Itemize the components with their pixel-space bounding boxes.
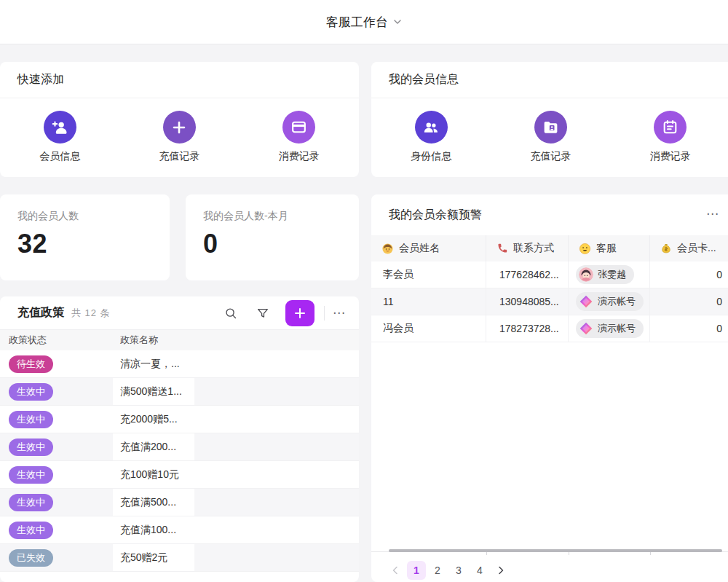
status-badge: 生效中 [9, 411, 53, 428]
quick-add-member-info[interactable]: 会员信息 [0, 111, 119, 163]
member-identity-info[interactable]: 身份信息 [371, 111, 491, 163]
member-info-title: 我的会员信息 [389, 72, 459, 87]
status-badge: 生效中 [9, 494, 53, 511]
balance-table-row[interactable]: 冯会员 178273728... 演示帐号 0 [371, 315, 728, 342]
member-consume-record[interactable]: 消费记录 [611, 111, 728, 163]
stat-label: 我的会员人数 [17, 210, 152, 223]
policy-name: 满500赠送1... [120, 385, 182, 398]
member-name-cell: 11 [371, 288, 486, 315]
agent-avatar [579, 321, 593, 336]
member-icon [381, 243, 394, 255]
member-consume-record-label: 消费记录 [650, 150, 691, 163]
agent-cell: 张雯越 [569, 261, 650, 288]
contact-cell: 130948085... [486, 288, 569, 315]
pagination-page-1[interactable]: 1 [407, 561, 426, 580]
member-info-card: 我的会员信息 身份信息 充值记录 消费记录 [371, 62, 728, 177]
column-member-name: 会员姓名 [371, 235, 486, 261]
pagination-next-icon[interactable] [491, 561, 510, 580]
agent-pill: 演示帐号 [576, 292, 644, 311]
chevron-down-icon [393, 17, 402, 26]
policy-table-row[interactable]: 生效中 充100赠10元 [0, 461, 359, 489]
policy-table-row[interactable]: 生效中 充值满200... [0, 433, 359, 461]
stat-card-member-count: 我的会员人数 32 [0, 194, 170, 280]
pagination-page-2[interactable]: 2 [428, 561, 447, 580]
policy-name: 充值满500... [120, 496, 176, 509]
quick-add-recharge-record-label: 充值记录 [159, 150, 199, 163]
agent-cell: 演示帐号 [569, 288, 650, 315]
stat-card-member-count-month: 我的会员人数-本月 0 [186, 194, 359, 280]
page-title: 客服工作台 [326, 14, 388, 31]
contact-cell: 178273728... [486, 315, 569, 342]
folder-user-icon [534, 111, 567, 143]
agent-pill: 张雯越 [576, 265, 634, 284]
policy-table-row[interactable]: 生效中 充2000赠5... [0, 406, 359, 433]
policy-table-row[interactable]: 生效中 充值满100... [0, 516, 359, 544]
policy-table-row[interactable]: 已失效 充50赠2元 [0, 544, 359, 572]
policy-table-row[interactable]: 生效中 充值满500... [0, 489, 359, 516]
add-record-button[interactable] [285, 300, 314, 326]
recharge-policy-more-menu[interactable]: ⋯ [333, 307, 346, 319]
horizontal-scrollbar[interactable] [389, 549, 722, 552]
policy-name: 充值满200... [120, 441, 176, 454]
search-icon[interactable] [224, 307, 237, 320]
balance-table-body: 李会员 177628462... 张雯越 0 11 130948085... 演… [371, 261, 728, 342]
member-recharge-record[interactable]: 充值记录 [491, 111, 610, 163]
quick-add-header: 快速添加 [0, 62, 359, 98]
member-identity-info-label: 身份信息 [411, 150, 451, 163]
filter-icon[interactable] [256, 307, 269, 320]
stat-value: 32 [17, 229, 152, 259]
policy-name: 充值满100... [120, 524, 176, 537]
quick-add-recharge-record[interactable]: 充值记录 [119, 111, 239, 163]
quick-add-title: 快速添加 [17, 72, 64, 87]
workspace-switcher[interactable]: 客服工作台 [326, 14, 402, 31]
recharge-policy-card: 充值政策 共 12 条 ⋯ 政策状态 政策名称 待生效 清凉一夏，... 生效中… [0, 296, 359, 582]
member-name-cell: 李会员 [371, 261, 486, 288]
recharge-policy-count: 共 12 条 [71, 307, 111, 320]
policy-table-row[interactable]: 生效中 满500赠送1... [0, 378, 359, 406]
agent-avatar [579, 294, 593, 309]
balance-cell: 0 [650, 261, 728, 288]
people-icon [415, 111, 448, 143]
column-policy-status: 政策状态 [0, 334, 113, 347]
status-badge: 生效中 [9, 466, 53, 484]
status-badge: 生效中 [9, 439, 53, 456]
moneybag-icon [660, 243, 672, 254]
member-recharge-record-label: 充值记录 [530, 150, 571, 163]
policy-name: 充100赠10元 [120, 468, 179, 481]
balance-alert-more-menu[interactable]: ⋯ [706, 208, 719, 220]
pagination: 1234 [386, 561, 510, 580]
agent-cell: 演示帐号 [569, 315, 650, 342]
column-agent: 客服 [569, 235, 650, 261]
quick-add-card: 快速添加 会员信息 充值记录 消费记录 [0, 62, 359, 177]
status-badge: 已失效 [9, 549, 53, 567]
column-member-card: 会员卡... [650, 235, 728, 261]
pagination-prev-icon[interactable] [386, 561, 405, 580]
status-badge: 待生效 [9, 355, 53, 373]
quick-add-consume-record-label: 消费记录 [279, 150, 320, 163]
balance-table-row[interactable]: 李会员 177628462... 张雯越 0 [371, 261, 728, 288]
balance-table-row[interactable]: 11 130948085... 演示帐号 0 [371, 288, 728, 315]
agent-avatar [579, 267, 593, 282]
toolbar-divider [324, 306, 325, 321]
contact-cell: 177628462... [486, 261, 569, 288]
user-add-icon [44, 111, 76, 143]
column-contact: 联系方式 [486, 235, 569, 261]
topbar: 客服工作台 [0, 0, 728, 44]
policy-table-header: 政策状态 政策名称 [0, 330, 359, 350]
quick-add-consume-record[interactable]: 消费记录 [240, 111, 359, 163]
status-badge: 生效中 [9, 522, 53, 539]
policy-name: 充2000赠5... [120, 413, 178, 426]
balance-alert-title: 我的会员余额预警 [389, 208, 482, 223]
stat-label: 我的会员人数-本月 [203, 210, 341, 223]
balance-alert-card: 我的会员余额预警 ⋯ 会员姓名 联系方式 客服 会员卡... 李会员 17762… [371, 194, 728, 582]
pagination-page-3[interactable]: 3 [449, 561, 468, 580]
calendar-icon [654, 111, 687, 143]
policy-table-row[interactable]: 待生效 清凉一夏，... [0, 350, 359, 378]
card-icon [282, 111, 315, 143]
member-info-header: 我的会员信息 [371, 62, 728, 98]
policy-name: 充50赠2元 [120, 551, 167, 565]
policy-name: 清凉一夏，... [120, 358, 180, 371]
balance-cell: 0 [650, 288, 728, 315]
status-badge: 生效中 [9, 383, 53, 401]
pagination-page-4[interactable]: 4 [470, 561, 489, 580]
